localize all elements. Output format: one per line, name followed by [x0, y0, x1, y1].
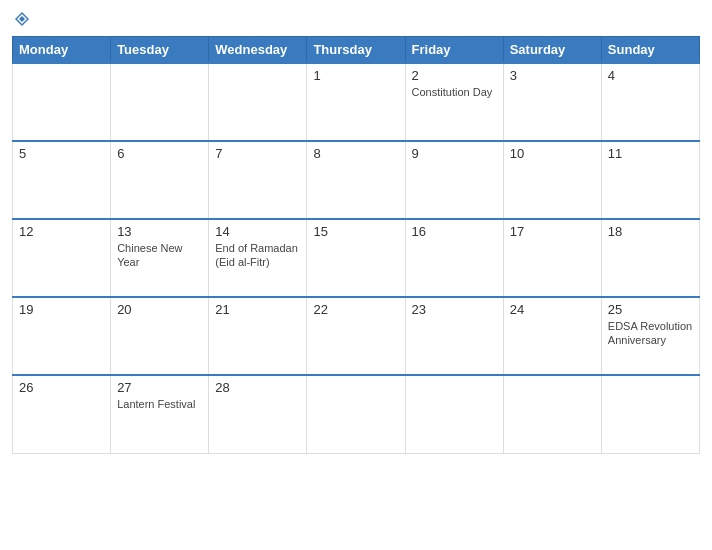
- day-number: 13: [117, 224, 202, 239]
- calendar-cell: 8: [307, 141, 405, 219]
- days-header-row: MondayTuesdayWednesdayThursdayFridaySatu…: [13, 37, 700, 64]
- day-number: 8: [313, 146, 398, 161]
- calendar-cell: [503, 375, 601, 453]
- holiday-label: Lantern Festival: [117, 398, 195, 410]
- day-number: 4: [608, 68, 693, 83]
- day-header-friday: Friday: [405, 37, 503, 64]
- holiday-label: End of Ramadan (Eid al-Fitr): [215, 242, 298, 268]
- calendar-cell: 14End of Ramadan (Eid al-Fitr): [209, 219, 307, 297]
- day-header-wednesday: Wednesday: [209, 37, 307, 64]
- calendar-cell: 19: [13, 297, 111, 375]
- calendar-week-row: 1213Chinese New Year14End of Ramadan (Ei…: [13, 219, 700, 297]
- day-number: 7: [215, 146, 300, 161]
- holiday-label: EDSA Revolution Anniversary: [608, 320, 692, 346]
- calendar-cell: 2Constitution Day: [405, 63, 503, 141]
- calendar-cell: 13Chinese New Year: [111, 219, 209, 297]
- day-number: 22: [313, 302, 398, 317]
- calendar-cell: 17: [503, 219, 601, 297]
- calendar-cell: 25EDSA Revolution Anniversary: [601, 297, 699, 375]
- day-number: 17: [510, 224, 595, 239]
- calendar-cell: 20: [111, 297, 209, 375]
- calendar-cell: [601, 375, 699, 453]
- calendar-cell: 15: [307, 219, 405, 297]
- calendar-cell: 26: [13, 375, 111, 453]
- calendar-cell: 7: [209, 141, 307, 219]
- day-number: 2: [412, 68, 497, 83]
- day-header-thursday: Thursday: [307, 37, 405, 64]
- logo-flag-icon: [13, 10, 31, 28]
- calendar-table: MondayTuesdayWednesdayThursdayFridaySatu…: [12, 36, 700, 454]
- calendar-week-row: 19202122232425EDSA Revolution Anniversar…: [13, 297, 700, 375]
- calendar-cell: 27Lantern Festival: [111, 375, 209, 453]
- calendar-cell: 12: [13, 219, 111, 297]
- day-number: 25: [608, 302, 693, 317]
- calendar-cell: 5: [13, 141, 111, 219]
- day-number: 21: [215, 302, 300, 317]
- calendar-cell: [405, 375, 503, 453]
- calendar-cell: [111, 63, 209, 141]
- logo: [12, 10, 31, 28]
- holiday-label: Chinese New Year: [117, 242, 182, 268]
- calendar-cell: 24: [503, 297, 601, 375]
- calendar-cell: 9: [405, 141, 503, 219]
- day-number: 3: [510, 68, 595, 83]
- calendar-cell: 10: [503, 141, 601, 219]
- day-number: 23: [412, 302, 497, 317]
- calendar-cell: 4: [601, 63, 699, 141]
- header: [12, 10, 700, 28]
- calendar-header: MondayTuesdayWednesdayThursdayFridaySatu…: [13, 37, 700, 64]
- calendar-week-row: 12Constitution Day34: [13, 63, 700, 141]
- day-number: 10: [510, 146, 595, 161]
- calendar-cell: [209, 63, 307, 141]
- day-number: 5: [19, 146, 104, 161]
- calendar-body: 12Constitution Day345678910111213Chinese…: [13, 63, 700, 453]
- day-number: 18: [608, 224, 693, 239]
- calendar-cell: 11: [601, 141, 699, 219]
- calendar-week-row: 567891011: [13, 141, 700, 219]
- calendar-cell: 3: [503, 63, 601, 141]
- calendar-week-row: 2627Lantern Festival28: [13, 375, 700, 453]
- day-number: 6: [117, 146, 202, 161]
- calendar-cell: [13, 63, 111, 141]
- day-header-saturday: Saturday: [503, 37, 601, 64]
- calendar-cell: 22: [307, 297, 405, 375]
- day-number: 20: [117, 302, 202, 317]
- calendar-cell: 23: [405, 297, 503, 375]
- day-number: 15: [313, 224, 398, 239]
- calendar-cell: 21: [209, 297, 307, 375]
- day-number: 1: [313, 68, 398, 83]
- day-header-sunday: Sunday: [601, 37, 699, 64]
- calendar-cell: [307, 375, 405, 453]
- calendar-cell: 18: [601, 219, 699, 297]
- day-number: 16: [412, 224, 497, 239]
- calendar-cell: 6: [111, 141, 209, 219]
- day-number: 12: [19, 224, 104, 239]
- day-number: 28: [215, 380, 300, 395]
- day-number: 9: [412, 146, 497, 161]
- day-header-tuesday: Tuesday: [111, 37, 209, 64]
- calendar-cell: 16: [405, 219, 503, 297]
- page: MondayTuesdayWednesdayThursdayFridaySatu…: [0, 0, 712, 550]
- holiday-label: Constitution Day: [412, 86, 493, 98]
- day-number: 19: [19, 302, 104, 317]
- calendar-cell: 28: [209, 375, 307, 453]
- day-number: 27: [117, 380, 202, 395]
- day-number: 24: [510, 302, 595, 317]
- day-number: 26: [19, 380, 104, 395]
- day-number: 14: [215, 224, 300, 239]
- calendar-cell: 1: [307, 63, 405, 141]
- day-number: 11: [608, 146, 693, 161]
- day-header-monday: Monday: [13, 37, 111, 64]
